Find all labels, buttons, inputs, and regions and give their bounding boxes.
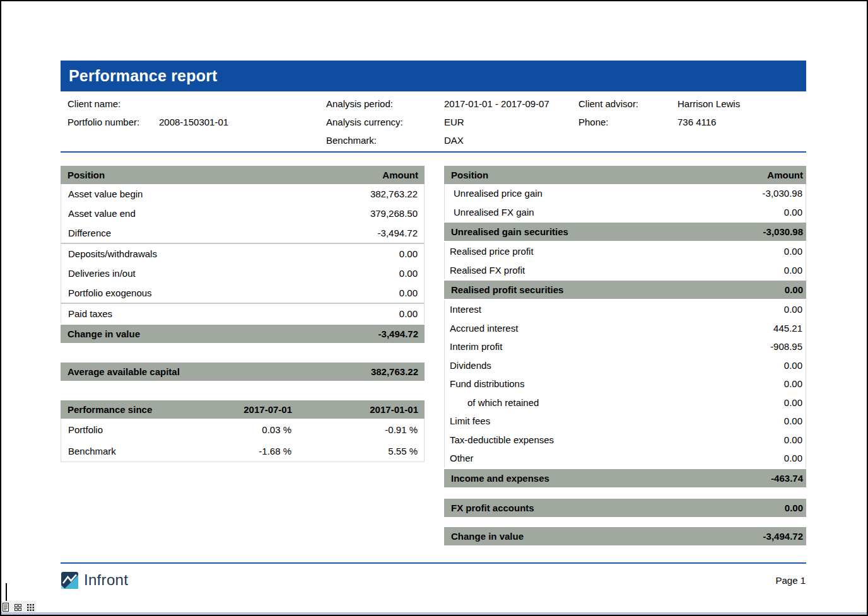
row-label: Change in value [451, 531, 763, 542]
row-label: Accrued interest [450, 323, 773, 334]
phone-value: 736 4116 [677, 117, 806, 127]
report-page: Performance report Client name: Analysis… [61, 61, 806, 545]
row-amount: -3,494.72 [378, 228, 418, 238]
page-edge-mark [6, 583, 7, 601]
table-row: Unrealised price gain -3,030.98 [445, 184, 806, 203]
row-label: Deposits/withdrawals [68, 248, 399, 259]
change-in-value-row: Change in value -3,494.72 [444, 527, 806, 545]
row-label: Asset value begin [68, 189, 370, 199]
row-amount: 0.00 [784, 265, 802, 276]
row-label: Realised FX profit [450, 265, 784, 276]
row-label: Difference [68, 228, 378, 238]
detail-table-header: Position Amount [444, 166, 806, 184]
row-amount: 0.00 [784, 378, 802, 389]
page-number: Page 1 [775, 575, 806, 586]
average-available-capital-row: Average available capital 382,763.22 [61, 363, 425, 381]
infront-logo-icon [61, 572, 78, 589]
client-info-block: Client name: Analysis period: 2017-01-01… [61, 91, 806, 153]
detail-column: Position Amount Unrealised price gain -3… [444, 166, 806, 545]
row-label: Fund distributions [450, 378, 784, 389]
row-label: of which retained [467, 397, 784, 408]
table-row: Portfolio 0.03 % -0.91 % [61, 419, 424, 440]
performance-table-body: Portfolio 0.03 % -0.91 % Benchmark -1.68… [61, 419, 425, 462]
row-label: Tax-deductible expenses [450, 434, 784, 445]
table-row: Paid taxes 0.00 [61, 304, 424, 323]
row-label: Asset value end [68, 208, 370, 219]
page-title: Performance report [69, 67, 218, 85]
table-row: Limit fees 0.00 [445, 412, 806, 431]
table-row: Accrued interest 445.21 [445, 319, 806, 338]
view-mode-toolbar [1, 601, 37, 613]
row-amount: -3,030.98 [763, 226, 803, 237]
client-name-label: Client name: [67, 98, 159, 109]
row-label: Limit fees [450, 416, 784, 426]
fx-profit-accounts-row: FX profit accounts 0.00 [444, 499, 806, 517]
row-label: Interest [450, 304, 784, 315]
row-label: Interim profit [450, 341, 770, 352]
realised-profit-securities-row: Realised profit securities 0.00 [444, 281, 806, 299]
client-advisor-label: Client advisor: [578, 98, 677, 109]
analysis-period-value: 2017-01-01 - 2017-09-07 [444, 98, 578, 109]
column-header-amount: Amount [767, 170, 803, 180]
change-in-value-row: Change in value -3,494.72 [61, 325, 425, 343]
report-columns: Position Amount Asset value begin 382,76… [61, 166, 806, 545]
row-label: FX profit accounts [451, 503, 785, 513]
row-amount: 445.21 [773, 323, 802, 334]
row-amount: -3,494.72 [763, 531, 803, 542]
performance-table-header: Performance since 2017-07-01 2017-01-01 [61, 400, 425, 419]
row-label: Other [450, 453, 784, 463]
table-row: Benchmark -1.68 % 5.55 % [61, 440, 424, 462]
brand-logo: Infront [61, 571, 128, 589]
row-amount: 0.00 [399, 288, 418, 298]
client-advisor-value: Harrison Lewis [677, 98, 806, 109]
table-row: of which retained 0.00 [445, 393, 806, 412]
spacer [444, 517, 806, 527]
row-amount: 0.00 [784, 360, 802, 371]
unrealised-gain-securities-row: Unrealised gain securities -3,030.98 [444, 223, 806, 241]
table-row: Asset value begin 382,763.22 [61, 184, 424, 204]
row-label: Income and expenses [451, 473, 771, 484]
column-header-amount: Amount [382, 170, 418, 180]
benchmark-value: DAX [444, 135, 578, 146]
table-row: Portfolio exogenous 0.00 [61, 283, 424, 303]
table-row: Tax-deductible expenses 0.00 [445, 431, 806, 450]
phone-label: Phone: [578, 117, 677, 127]
report-viewer-window: Performance report Client name: Analysis… [0, 0, 868, 616]
brand-name: Infront [84, 571, 128, 589]
table-row: Deliveries in/out 0.00 [61, 264, 424, 283]
taxes-group: Paid taxes 0.00 [61, 304, 425, 323]
row-amount: 0.00 [784, 434, 802, 445]
summary-table: Position Amount Asset value begin 382,76… [61, 166, 425, 343]
row-label: Dividends [450, 360, 784, 371]
single-page-view-icon[interactable] [3, 603, 9, 612]
report-footer: Infront Page 1 [61, 562, 806, 596]
analysis-currency-value: EUR [444, 117, 578, 127]
table-row: Other 0.00 [445, 449, 806, 468]
row-label: Portfolio [68, 424, 184, 435]
portfolio-number-label: Portfolio number: [67, 117, 159, 127]
row-label: Unrealised price gain [454, 188, 763, 199]
row-label: Unrealised gain securities [451, 226, 763, 237]
row-amount: 0.00 [784, 246, 802, 257]
table-row: Asset value end 379,268.50 [61, 204, 424, 223]
unrealised-group: Unrealised price gain -3,030.98 Unrealis… [444, 184, 806, 221]
row-amount: 0.00 [399, 248, 418, 259]
table-row: Realised FX profit 0.00 [445, 261, 806, 280]
status-strip [1, 612, 867, 615]
grid-view-icon[interactable] [15, 604, 21, 611]
table-row: Deposits/withdrawals 0.00 [61, 244, 424, 264]
table-row: Fund distributions 0.00 [445, 375, 806, 393]
row-amount: 0.00 [784, 453, 802, 463]
income-and-expenses-row: Income and expenses -463.74 [444, 469, 806, 487]
column-header-position: Position [67, 170, 382, 180]
row-amount: 0.00 [785, 284, 803, 295]
thumbnail-view-icon[interactable] [27, 604, 34, 611]
row-label: Unrealised FX gain [454, 207, 784, 218]
row-amount: 382,763.22 [370, 189, 418, 199]
report-title-bar: Performance report [61, 61, 806, 91]
row-amount: 0.00 [399, 308, 418, 319]
flows-group: Deposits/withdrawals 0.00 Deliveries in/… [61, 244, 425, 304]
row-amount: 379,268.50 [370, 208, 418, 219]
income-group: Interest 0.00 Accrued interest 445.21 In… [444, 300, 806, 468]
row-value-2: 5.55 % [291, 446, 418, 456]
